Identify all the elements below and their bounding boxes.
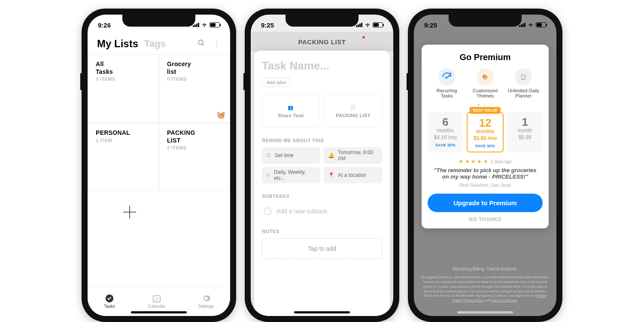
svg-line-1 [202,44,204,46]
legal-footer: Recurring Billing. Cancel Anytime. By ta… [421,266,550,303]
plan-save: SAVE 50% [470,144,501,148]
calendar-icon: 27 [152,294,161,303]
task-name-input[interactable]: Task Name... [262,59,382,73]
list-count: 3 ITEMS [96,76,151,82]
repeat-button[interactable]: ↻Daily, Weekly, etc... [262,167,320,183]
list-icon: 📄 [350,105,356,110]
home-indicator[interactable] [131,311,187,313]
home-indicator[interactable] [457,311,513,313]
remind-header: REMIND ME ABOUT THIS [262,138,382,143]
tab-label: Calendar [148,304,165,309]
recurring-icon [438,68,456,85]
notification-dot-icon [362,36,365,39]
share-task-button[interactable]: 👥 Share Task [262,95,320,128]
add-label-chip[interactable]: Add label [262,78,291,87]
svg-text:27: 27 [155,298,159,301]
feature-planner: 📋 Unlimited Daily Planner [504,68,543,98]
add-list-button[interactable] [88,191,230,286]
footer-heading: Recurring Billing. Cancel Anytime. [421,266,550,272]
svg-point-0 [198,40,203,45]
plan-number: 6 [430,116,461,128]
plan-1-month[interactable]: 1 month $5.99 [507,112,543,152]
feature-label: Recurring Tasks [437,88,457,98]
plan-unit: months [470,128,501,134]
tomorrow-button[interactable]: 🔔Tomorrow, 9:00 AM [324,147,382,164]
home-indicator[interactable] [294,311,350,313]
search-icon[interactable] [197,39,205,49]
tab-label: Settings [198,304,214,309]
list-count: 2 ITEMS [167,145,222,150]
plan-price: $4.16 /mo [430,134,461,140]
set-time-button[interactable]: 🗓Set time [262,147,320,164]
review-stars: ★ ★ ★ ★ ★2 days ago [428,158,543,164]
phone-mylists: 9:26 My Lists Tags ⋮ All Tasks 3 ITEMS G… [82,9,236,322]
battery-icon [210,22,220,27]
tab-label: Tasks [104,304,115,309]
sun-icon: 🔔 [328,152,334,158]
list-count: 0 ITEMS [167,76,222,82]
plan-12-months[interactable]: BEST VALUE 12 months $3.00 /mo SAVE 50% [467,112,504,152]
circle-icon [264,207,271,215]
feature-label: Unlimited Daily Planner [508,88,539,98]
feature-themes: 🎨 Customized Themes [466,68,504,98]
background-title: PACKING LIST [298,38,346,46]
wifi-icon [201,22,208,27]
repeat-icon: ↻ [266,172,270,178]
premium-title: Go Premium [428,52,543,62]
pill-label: Set time [275,152,294,158]
list-grocery[interactable]: Grocery list 0 ITEMS 🧺 [159,54,230,123]
status-time: 9:26 [98,21,111,29]
plan-number: 1 [510,116,540,128]
location-button[interactable]: 📍At a location [324,167,382,183]
upgrade-button[interactable]: Upgrade to Premium [428,194,543,212]
plan-6-months[interactable]: 6 months $4.16 /mo SAVE 30% [428,112,463,152]
tab-settings[interactable]: Settings [198,294,214,309]
premium-card: Go Premium Recurring Tasks 🎨 Customized … [422,45,549,228]
more-icon[interactable]: ⋮ [213,39,221,49]
status-time: 9:25 [261,21,274,29]
task-sheet: Task Name... Add label 👥 Share Task 📄 PA… [254,51,390,316]
notch [122,15,195,27]
feature-label: Customized Themes [473,88,498,98]
list-label: PACKING LIST [336,113,370,118]
best-value-badge: BEST VALUE [470,107,501,114]
notch [286,15,358,27]
phone-premium: 9:25 Go Premium Recurring Tasks 🎨 Custom… [408,9,562,322]
tab-calendar[interactable]: 27 Calendar [148,294,165,309]
list-name: Grocery list [167,61,222,76]
share-label: Share Task [278,113,304,118]
phone-task-editor: 9:25 PACKING LIST Task Name... Add label… [245,9,399,322]
wifi-icon [364,22,371,27]
list-personal[interactable]: PERSONAL 1 ITEM [88,123,159,191]
list-all-tasks[interactable]: All Tasks 3 ITEMS [88,54,159,123]
battery-icon [373,22,383,27]
battery-icon [536,22,546,27]
no-thanks-button[interactable]: NO THANKS [428,216,543,222]
list-name: PERSONAL [96,129,151,137]
add-subtask-input[interactable]: Add a new subtask [262,203,382,219]
tos-link[interactable]: Terms of Service [492,298,517,302]
pill-label: Tomorrow, 9:00 AM [338,149,378,161]
planner-icon: 📋 [515,68,532,85]
footer-body: By tapping Continue, you will subscribe … [421,275,550,293]
pill-label: Daily, Weekly, etc... [274,169,316,181]
list-name: All Tasks [96,61,151,76]
wifi-icon [527,22,534,27]
notes-placeholder: Tap to add [308,245,336,252]
notes-input[interactable]: Tap to add [262,238,382,259]
notch [449,15,522,27]
gear-icon [201,294,211,303]
subtask-placeholder: Add a new subtask [276,208,327,215]
plan-save: SAVE 30% [430,143,461,147]
pill-label: At a location [338,172,366,178]
themes-icon: 🎨 [477,68,494,85]
subtasks-header: SUBTASKS [262,194,382,199]
tab-tasks[interactable]: Tasks [104,294,115,309]
pricing-link[interactable]: Pricing Terms [463,298,484,302]
tab-tags[interactable]: Tags [144,38,166,49]
lists-grid: All Tasks 3 ITEMS Grocery list 0 ITEMS 🧺… [88,54,230,286]
list-packing[interactable]: PACKING LIST 2 ITEMS [159,123,230,191]
tab-mylists[interactable]: My Lists [97,38,138,50]
list-selector-button[interactable]: 📄 PACKING LIST [324,95,382,128]
carousel-dots[interactable]: ● ○ ○ [428,103,543,107]
